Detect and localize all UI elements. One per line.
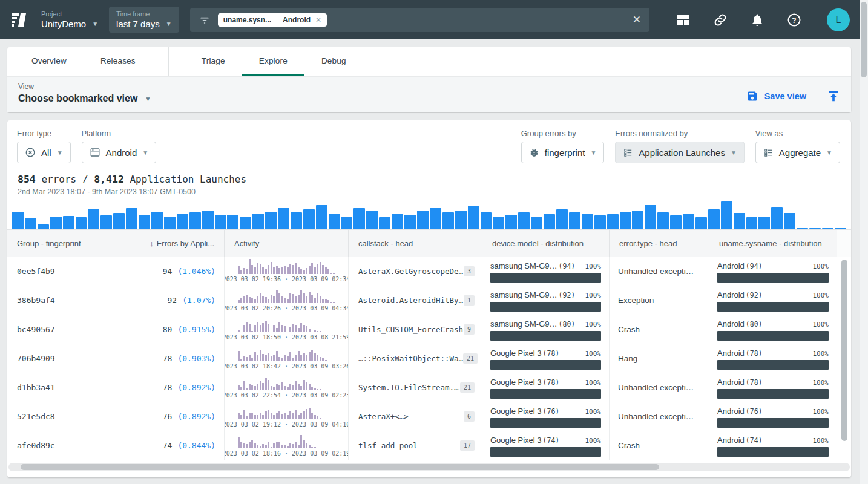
column-header[interactable]: error.type - head <box>610 229 709 257</box>
histogram-bar[interactable] <box>38 224 49 229</box>
histogram-bar[interactable] <box>594 215 606 229</box>
fingerprint-cell[interactable]: 0ee5f4b9 <box>7 257 136 286</box>
histogram-bar[interactable] <box>291 212 302 229</box>
histogram-bar[interactable] <box>202 211 214 229</box>
histogram-bar[interactable] <box>151 212 163 229</box>
histogram-bar[interactable] <box>215 215 226 229</box>
fingerprint-cell[interactable]: afe0d89c <box>7 431 136 460</box>
histogram-bar[interactable] <box>392 214 403 229</box>
collapse-top-icon[interactable] <box>827 90 840 103</box>
histogram-bar[interactable] <box>227 215 238 229</box>
callstack-count-badge[interactable]: 21 <box>460 382 475 393</box>
table-row[interactable]: 521e5dc876(0.892%)2023-03-02 19:12 · 202… <box>7 402 851 431</box>
histogram-bar[interactable] <box>582 214 593 229</box>
histogram-bar[interactable] <box>177 214 188 229</box>
histogram-bar[interactable] <box>88 209 99 229</box>
histogram-bar[interactable] <box>544 214 555 229</box>
table-row[interactable]: bc49056780(0.915%)2023-03-02 18:50 · 202… <box>7 315 851 344</box>
timeframe-selector[interactable]: Time frame last 7 days ▼ <box>109 7 179 33</box>
table-row[interactable]: afe0d89c74(0.844%)2023-03-02 18:16 · 202… <box>7 431 851 460</box>
histogram-bar[interactable] <box>695 217 707 229</box>
histogram-bar[interactable] <box>76 217 87 229</box>
histogram-bar[interactable] <box>670 215 682 229</box>
histogram-bar[interactable] <box>645 205 656 229</box>
callstack-count-badge[interactable]: 21 <box>463 353 478 364</box>
column-header[interactable]: Group - fingerprint <box>7 229 136 257</box>
project-selector[interactable]: Project UnityDemo ▼ <box>41 10 98 30</box>
histogram-bar[interactable] <box>50 217 62 229</box>
histogram-bar[interactable] <box>758 217 770 229</box>
table-row[interactable]: 0ee5f4b994(1.046%)2023-03-02 19:36 · 202… <box>7 257 851 286</box>
histogram-bar[interactable] <box>657 212 669 229</box>
histogram-bar[interactable] <box>12 212 24 229</box>
histogram-bar[interactable] <box>531 217 542 229</box>
histogram-bar[interactable] <box>455 211 467 229</box>
histogram-bar[interactable] <box>468 206 479 229</box>
histogram-bar[interactable] <box>404 215 416 229</box>
histogram-bar[interactable] <box>126 208 137 229</box>
histogram-bar[interactable] <box>164 217 176 229</box>
help-icon[interactable]: ? <box>787 13 801 27</box>
histogram-bar[interactable] <box>721 201 732 229</box>
histogram-bar[interactable] <box>620 212 631 229</box>
dashboard-layout-icon[interactable] <box>676 13 691 27</box>
fingerprint-cell[interactable]: 386b9af4 <box>7 286 136 315</box>
horizontal-scrollbar[interactable] <box>8 463 850 471</box>
histogram-bar[interactable] <box>265 212 277 229</box>
filter-chip-remove-icon[interactable]: ✕ <box>315 16 321 24</box>
histogram-bar[interactable] <box>430 208 441 229</box>
histogram-bar[interactable] <box>139 215 150 229</box>
histogram-bar[interactable] <box>316 205 327 229</box>
column-header[interactable]: uname.sysname - distribution <box>709 229 837 257</box>
histogram-bar[interactable] <box>734 213 745 229</box>
histogram-bar[interactable] <box>63 216 74 229</box>
histogram-bar[interactable] <box>481 212 492 229</box>
tab-debug[interactable]: Debug <box>304 47 363 76</box>
filter-chip[interactable]: uname.sysn... = Android ✕ <box>218 13 327 27</box>
callstack-count-badge[interactable]: 9 <box>464 324 475 335</box>
histogram-bar[interactable] <box>569 212 580 229</box>
histogram-bar[interactable] <box>505 215 517 229</box>
histogram-bar[interactable] <box>379 217 390 229</box>
callstack-count-badge[interactable]: 6 <box>464 411 475 422</box>
histogram-bar[interactable] <box>683 214 694 229</box>
tab-triage[interactable]: Triage <box>185 47 242 76</box>
platform-select[interactable]: Android ▼ <box>82 142 157 163</box>
notifications-bell-icon[interactable] <box>750 13 764 27</box>
fingerprint-cell[interactable]: bc490567 <box>7 315 136 344</box>
column-header[interactable]: Activity <box>225 229 349 257</box>
group-by-select[interactable]: fingerprint ▼ <box>521 142 605 163</box>
link-icon[interactable] <box>713 13 728 27</box>
page-scrollbar[interactable] <box>860 0 868 484</box>
histogram-bar[interactable] <box>771 207 783 229</box>
histogram-bar[interactable] <box>303 209 315 229</box>
save-view-button[interactable]: Save view <box>746 90 806 102</box>
histogram-bar[interactable] <box>240 217 251 229</box>
backtrace-logo[interactable] <box>10 11 28 29</box>
histogram-bar[interactable] <box>329 214 340 229</box>
user-avatar[interactable]: L <box>827 8 850 31</box>
histogram-bar[interactable] <box>366 211 378 229</box>
histogram-bar[interactable] <box>746 217 758 229</box>
callstack-count-badge[interactable]: 17 <box>460 440 475 451</box>
histogram-bar[interactable] <box>353 208 365 229</box>
callstack-count-badge[interactable]: 3 <box>464 266 475 276</box>
histogram-bar[interactable] <box>493 217 504 229</box>
tab-releases[interactable]: Releases <box>84 47 153 76</box>
table-scrollbar-thumb[interactable] <box>841 260 847 441</box>
histogram-bar[interactable] <box>100 215 112 229</box>
histogram-bar[interactable] <box>189 212 201 229</box>
page-scrollbar-thumb[interactable] <box>861 2 867 77</box>
histogram-bar[interactable] <box>25 218 36 229</box>
table-row[interactable]: d1bb3a4178(0.892%)2023-03-02 22:54 · 202… <box>7 373 851 402</box>
histogram-bar[interactable] <box>252 214 264 229</box>
bookmarked-view-select[interactable]: Choose bookmarked view ▼ <box>18 93 151 104</box>
view-as-select[interactable]: Aggregate ▼ <box>755 142 840 163</box>
horizontal-scrollbar-thumb[interactable] <box>21 464 659 470</box>
histogram-bar[interactable] <box>113 213 125 229</box>
tab-explore[interactable]: Explore <box>242 47 304 76</box>
histogram-bar[interactable] <box>784 213 795 229</box>
tab-overview[interactable]: Overview <box>15 47 84 76</box>
histogram-bar[interactable] <box>278 208 289 229</box>
histogram-bar[interactable] <box>607 214 619 229</box>
